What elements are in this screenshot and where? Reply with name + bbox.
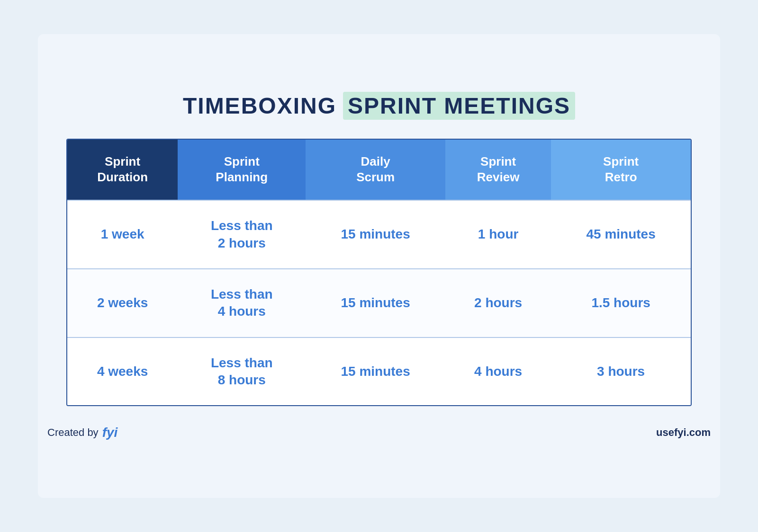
created-by-text: Created by [47, 426, 99, 439]
cell-duration-1: 1 week [67, 200, 178, 269]
col-header-sprint-planning: SprintPlanning [178, 140, 306, 201]
cell-planning-3: Less than8 hours [178, 337, 306, 406]
cell-review-1: 1 hour [445, 200, 551, 269]
footer-logo: fyi [102, 425, 118, 440]
col-header-sprint-retro: SprintRetro [551, 140, 691, 201]
cell-scrum-3: 15 minutes [306, 337, 445, 406]
col-header-daily-scrum: DailyScrum [306, 140, 445, 201]
cell-duration-2: 2 weeks [67, 269, 178, 337]
cell-retro-1: 45 minutes [551, 200, 691, 269]
table-row: 2 weeks Less than4 hours 15 minutes 2 ho… [67, 269, 691, 337]
cell-review-3: 4 hours [445, 337, 551, 406]
footer-website: usefyi.com [656, 426, 711, 439]
table-row: 4 weeks Less than8 hours 15 minutes 4 ho… [67, 337, 691, 406]
footer: Created by fyi usefyi.com [38, 425, 720, 440]
sprint-table: SprintDuration SprintPlanning DailyScrum… [67, 140, 691, 406]
col-header-sprint-duration: SprintDuration [67, 140, 178, 201]
col-header-sprint-review: SprintReview [445, 140, 551, 201]
cell-retro-3: 3 hours [551, 337, 691, 406]
table-row: 1 week Less than2 hours 15 minutes 1 hou… [67, 200, 691, 269]
cell-planning-2: Less than4 hours [178, 269, 306, 337]
title-part2: SPRINT MEETINGS [343, 92, 575, 120]
cell-scrum-2: 15 minutes [306, 269, 445, 337]
footer-left: Created by fyi [47, 425, 117, 440]
cell-scrum-1: 15 minutes [306, 200, 445, 269]
cell-review-2: 2 hours [445, 269, 551, 337]
title-part1: TIMEBOXING [183, 93, 336, 119]
cell-retro-2: 1.5 hours [551, 269, 691, 337]
cell-planning-1: Less than2 hours [178, 200, 306, 269]
cell-duration-3: 4 weeks [67, 337, 178, 406]
title-row: TIMEBOXING SPRINT MEETINGS [183, 92, 575, 120]
main-container: TIMEBOXING SPRINT MEETINGS SprintDuratio… [38, 34, 720, 498]
table-wrapper: SprintDuration SprintPlanning DailyScrum… [66, 139, 692, 407]
table-header-row: SprintDuration SprintPlanning DailyScrum… [67, 140, 691, 201]
